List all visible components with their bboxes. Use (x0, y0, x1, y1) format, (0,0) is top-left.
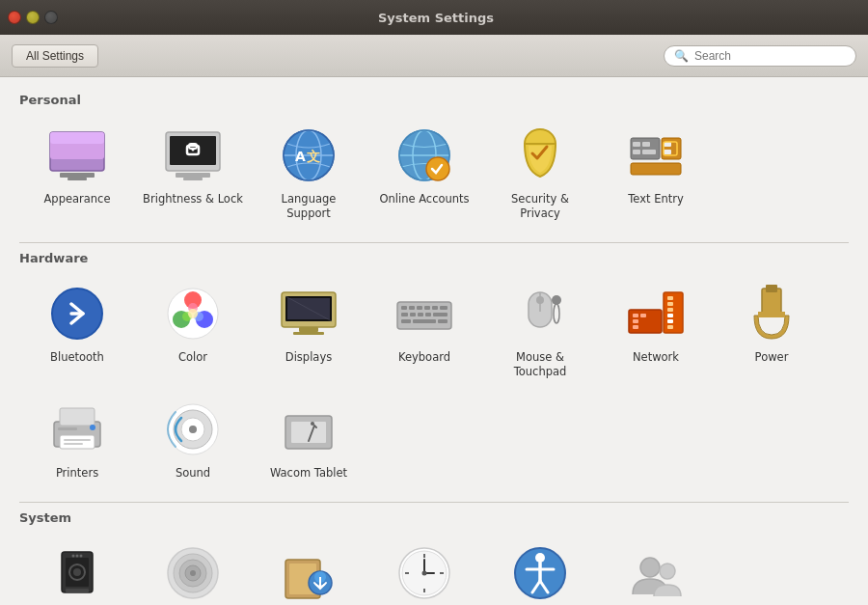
svg-rect-4 (68, 178, 87, 180)
setting-item-text-entry[interactable]: Text Entry (598, 115, 714, 231)
brightness-lock-icon (162, 124, 224, 186)
toolbar: All Settings 🔍 (0, 35, 868, 77)
power-label: Power (755, 350, 789, 365)
bluetooth-icon (46, 283, 108, 344)
svg-point-11 (192, 149, 195, 151)
printers-icon (46, 399, 108, 460)
svg-rect-79 (667, 314, 673, 317)
svg-point-133 (660, 564, 675, 579)
window-controls[interactable] (8, 11, 58, 24)
svg-rect-83 (766, 285, 777, 292)
svg-rect-80 (667, 319, 673, 323)
svg-text:文: 文 (307, 149, 320, 164)
svg-rect-64 (438, 319, 448, 323)
setting-item-brightness-lock[interactable]: Brightness & Lock (135, 115, 251, 231)
setting-item-bluetooth[interactable]: Bluetooth (19, 273, 135, 389)
displays-icon (278, 283, 339, 344)
svg-rect-63 (413, 319, 436, 323)
setting-item-universal-access[interactable]: Universal Access (482, 533, 598, 605)
svg-rect-81 (667, 325, 673, 329)
section-title-personal: Personal (19, 93, 849, 107)
search-input[interactable] (694, 49, 846, 63)
section-grid-system: Backups Details Software & Updates (19, 533, 849, 605)
setting-item-power[interactable]: Power (714, 273, 829, 389)
svg-rect-74 (633, 325, 638, 329)
svg-rect-24 (631, 138, 660, 159)
svg-point-90 (90, 425, 95, 430)
maximize-button[interactable] (44, 11, 58, 24)
security-privacy-label: Security & Privacy (490, 192, 590, 221)
setting-item-color[interactable]: Color (135, 273, 251, 389)
section-divider (19, 502, 849, 503)
displays-label: Displays (285, 350, 332, 365)
svg-rect-31 (664, 150, 671, 154)
svg-rect-56 (440, 306, 448, 310)
language-support-icon: A 文 (278, 124, 339, 186)
svg-rect-88 (64, 439, 91, 441)
online-accounts-icon (393, 124, 455, 186)
setting-item-details[interactable]: Details (135, 533, 251, 605)
svg-rect-32 (631, 163, 681, 175)
svg-rect-2 (50, 132, 104, 144)
svg-text:A: A (295, 149, 306, 164)
svg-point-132 (640, 558, 660, 577)
svg-rect-89 (64, 443, 83, 445)
svg-rect-86 (60, 408, 95, 426)
color-label: Color (178, 350, 207, 365)
setting-item-sound[interactable]: Sound (135, 389, 251, 490)
setting-item-backups[interactable]: Backups (19, 533, 135, 605)
brightness-lock-label: Brightness & Lock (143, 192, 243, 206)
search-box: 🔍 (664, 45, 856, 67)
svg-rect-72 (633, 314, 638, 317)
svg-rect-87 (60, 435, 95, 449)
setting-item-printers[interactable]: Printers (19, 389, 135, 490)
network-icon (625, 283, 687, 344)
language-support-label: Language Support (258, 192, 359, 221)
svg-rect-26 (633, 142, 640, 147)
wacom-tablet-icon (278, 399, 339, 460)
main-content: Personal Appearance Brightness & Lock (0, 77, 868, 605)
color-icon (162, 283, 224, 344)
svg-rect-78 (667, 308, 673, 312)
svg-point-69 (554, 304, 559, 323)
svg-point-95 (189, 426, 197, 433)
setting-item-displays[interactable]: Displays (251, 273, 366, 389)
section-grid-hardware: Bluetooth Color Displays (19, 273, 849, 490)
svg-rect-46 (299, 327, 318, 332)
software-updates-icon (278, 542, 339, 604)
svg-rect-73 (633, 319, 638, 323)
svg-point-98 (311, 422, 314, 426)
setting-item-keyboard[interactable]: Keyboard (366, 273, 482, 389)
setting-item-mouse-touchpad[interactable]: Mouse & Touchpad (482, 273, 598, 389)
setting-item-appearance[interactable]: Appearance (19, 115, 135, 231)
svg-point-111 (190, 570, 196, 576)
setting-item-time-date[interactable]: Time & Date (366, 533, 482, 605)
online-accounts-label: Online Accounts (379, 192, 469, 206)
setting-item-user-accounts[interactable]: User Accounts (598, 533, 714, 605)
setting-item-network[interactable]: Network (598, 273, 714, 389)
setting-item-security-privacy[interactable]: Security & Privacy (482, 115, 598, 231)
svg-rect-61 (433, 313, 448, 316)
time-date-icon (393, 542, 455, 604)
svg-point-105 (76, 554, 79, 557)
close-button[interactable] (8, 11, 21, 24)
security-privacy-icon (509, 124, 571, 186)
setting-item-software-updates[interactable]: Software & Updates (251, 533, 366, 605)
svg-rect-59 (418, 313, 423, 316)
setting-item-wacom-tablet[interactable]: Wacom Tablet (251, 389, 366, 490)
section-title-system: System (19, 510, 849, 525)
svg-rect-28 (633, 150, 640, 154)
svg-rect-27 (642, 142, 650, 147)
setting-item-online-accounts[interactable]: Online Accounts (366, 115, 482, 231)
mouse-touchpad-icon (509, 283, 571, 344)
setting-item-language-support[interactable]: A 文 Language Support (251, 115, 366, 231)
keyboard-label: Keyboard (398, 350, 450, 365)
all-settings-button[interactable]: All Settings (12, 44, 98, 68)
section-grid-personal: Appearance Brightness & Lock A 文 Languag… (19, 115, 849, 231)
appearance-icon (46, 124, 108, 186)
svg-rect-53 (417, 306, 422, 310)
svg-rect-75 (640, 314, 646, 317)
minimize-button[interactable] (26, 11, 40, 24)
svg-rect-7 (176, 173, 210, 178)
details-icon (162, 542, 224, 604)
